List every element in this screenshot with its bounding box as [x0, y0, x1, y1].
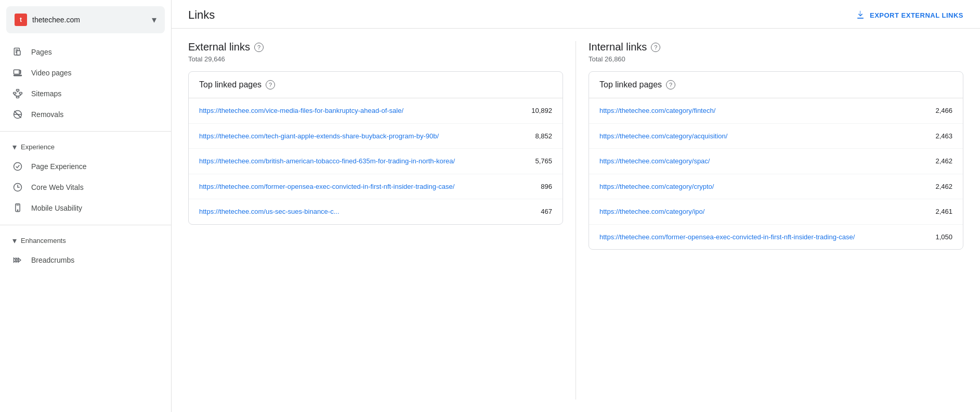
- svg-marker-29: [18, 258, 21, 262]
- external-links-card-header: Top linked pages ?: [189, 72, 563, 98]
- experience-chevron-icon: ▾: [12, 142, 17, 152]
- svg-rect-12: [19, 93, 22, 94]
- internal-link-count-0: 2,466: [926, 107, 952, 114]
- internal-links-column: Internal links ? Total 26,860 Top linked…: [589, 41, 963, 400]
- internal-link-url-0[interactable]: https://thetechee.com/category/fintech/: [599, 106, 918, 116]
- svg-line-18: [18, 95, 21, 96]
- internal-link-url-4[interactable]: https://thetechee.com/category/ipo/: [599, 207, 918, 217]
- sidebar-item-breadcrumbs-label: Breadcrumbs: [31, 256, 74, 264]
- external-link-row-4: https://thetechee.com/us-sec-sues-binanc…: [189, 199, 563, 224]
- internal-link-count-1: 2,463: [926, 132, 952, 140]
- external-link-url-1[interactable]: https://thetechee.com/tech-giant-apple-e…: [199, 131, 518, 141]
- sidebar-item-mobile-usability-label: Mobile Usability: [31, 204, 82, 212]
- svg-rect-9: [14, 75, 22, 76]
- internal-link-count-5: 1,050: [926, 233, 952, 241]
- site-selector[interactable]: t thetechee.com ▾: [6, 6, 165, 33]
- internal-link-url-5[interactable]: https://thetechee.com/former-opensea-exe…: [599, 232, 918, 242]
- sidebar-item-pages-label: Pages: [31, 48, 52, 56]
- page-experience-icon: [12, 161, 23, 172]
- enhancements-chevron-icon: ▾: [12, 236, 17, 246]
- sidebar-item-removals-label: Removals: [31, 110, 63, 119]
- sidebar-item-mobile-usability[interactable]: Mobile Usability: [0, 198, 165, 218]
- nav-section-experience: Page Experience Core Web Vitals Mobile U…: [0, 154, 171, 221]
- internal-link-row-1: https://thetechee.com/category/acquisiti…: [589, 124, 963, 149]
- svg-rect-10: [17, 89, 19, 91]
- mobile-usability-icon: [12, 203, 23, 213]
- external-link-row-2: https://thetechee.com/british-american-t…: [189, 149, 563, 174]
- pages-icon: [12, 47, 23, 57]
- external-link-url-3[interactable]: https://thetechee.com/former-opensea-exe…: [199, 182, 518, 192]
- download-icon: [855, 10, 866, 20]
- main-content: Links EXPORT EXTERNAL LINKS External lin…: [172, 0, 980, 412]
- external-links-title-text: External links: [188, 41, 250, 53]
- internal-link-row-0: https://thetechee.com/category/fintech/ …: [589, 98, 963, 124]
- sidebar-item-core-web-vitals[interactable]: Core Web Vitals: [0, 177, 165, 198]
- site-name: thetechee.com: [32, 16, 147, 24]
- internal-links-title: Internal links ?: [589, 41, 963, 53]
- internal-link-row-5: https://thetechee.com/former-opensea-exe…: [589, 225, 963, 250]
- enhancements-section-label: Enhancements: [21, 237, 66, 244]
- external-link-count-0: 10,892: [526, 107, 552, 114]
- internal-links-card-header: Top linked pages ?: [589, 72, 963, 98]
- external-link-row-0: https://thetechee.com/vice-media-files-f…: [189, 98, 563, 124]
- svg-point-22: [14, 163, 22, 171]
- svg-line-17: [15, 95, 18, 96]
- external-link-url-0[interactable]: https://thetechee.com/vice-media-files-f…: [199, 106, 518, 116]
- internal-link-row-3: https://thetechee.com/category/crypto/ 2…: [589, 174, 963, 200]
- internal-link-row-4: https://thetechee.com/category/ipo/ 2,46…: [589, 199, 963, 225]
- external-link-row-3: https://thetechee.com/former-opensea-exe…: [189, 174, 563, 200]
- removals-icon: [12, 109, 23, 120]
- external-links-total: Total 29,646: [188, 55, 563, 63]
- sitemaps-icon: [12, 88, 23, 99]
- internal-link-row-2: https://thetechee.com/category/spac/ 2,4…: [589, 149, 963, 174]
- enhancements-section-header[interactable]: ▾ Enhancements: [0, 229, 171, 248]
- svg-rect-5: [14, 70, 20, 74]
- internal-link-url-3[interactable]: https://thetechee.com/category/crypto/: [599, 182, 918, 192]
- external-link-url-2[interactable]: https://thetechee.com/british-american-t…: [199, 156, 518, 166]
- site-favicon: t: [15, 14, 27, 26]
- nav-divider-2: [0, 225, 171, 225]
- external-links-card-title: Top linked pages: [199, 80, 262, 89]
- nav-section-enhancements: Breadcrumbs: [0, 248, 171, 273]
- internal-links-help-icon[interactable]: ?: [651, 43, 660, 52]
- internal-links-title-text: Internal links: [589, 41, 647, 53]
- internal-links-total: Total 26,860: [589, 55, 963, 63]
- nav-section-main: Pages Video pages: [0, 40, 171, 127]
- sidebar-item-breadcrumbs[interactable]: Breadcrumbs: [0, 250, 165, 271]
- sidebar-item-page-experience[interactable]: Page Experience: [0, 156, 165, 177]
- page-title: Links: [188, 8, 215, 22]
- external-link-count-2: 5,765: [526, 157, 552, 165]
- internal-link-count-3: 2,462: [926, 183, 952, 190]
- internal-top-pages-help-icon[interactable]: ?: [666, 80, 675, 89]
- experience-section-label: Experience: [21, 143, 55, 151]
- experience-section-header[interactable]: ▾ Experience: [0, 136, 171, 154]
- external-link-url-4[interactable]: https://thetechee.com/us-sec-sues-binanc…: [199, 207, 518, 217]
- sidebar-item-sitemaps[interactable]: Sitemaps: [0, 83, 165, 104]
- external-link-row-1: https://thetechee.com/tech-giant-apple-e…: [189, 124, 563, 149]
- svg-point-25: [17, 210, 18, 211]
- sidebar-item-sitemaps-label: Sitemaps: [31, 89, 61, 98]
- internal-link-count-4: 2,461: [926, 208, 952, 215]
- external-links-card: Top linked pages ? https://thetechee.com…: [188, 71, 563, 225]
- external-links-help-icon[interactable]: ?: [254, 43, 264, 52]
- internal-links-card: Top linked pages ? https://thetechee.com…: [589, 71, 963, 250]
- sidebar-item-video-pages-label: Video pages: [31, 69, 72, 77]
- dropdown-arrow-icon: ▾: [152, 14, 156, 25]
- sidebar-item-video-pages[interactable]: Video pages: [0, 62, 165, 83]
- internal-link-url-2[interactable]: https://thetechee.com/category/spac/: [599, 156, 918, 166]
- internal-links-card-title: Top linked pages: [599, 80, 662, 89]
- svg-rect-4: [17, 51, 20, 55]
- core-web-vitals-icon: [12, 182, 23, 192]
- sidebar-item-core-web-vitals-label: Core Web Vitals: [31, 183, 84, 191]
- external-links-column: External links ? Total 29,646 Top linked…: [188, 41, 563, 400]
- external-links-title: External links ?: [188, 41, 563, 53]
- svg-rect-13: [17, 96, 19, 98]
- sidebar-item-pages[interactable]: Pages: [0, 42, 165, 62]
- export-external-links-button[interactable]: EXPORT EXTERNAL LINKS: [855, 10, 963, 20]
- internal-link-url-1[interactable]: https://thetechee.com/category/acquisiti…: [599, 131, 918, 141]
- nav-divider-1: [0, 131, 171, 132]
- external-top-pages-help-icon[interactable]: ?: [266, 80, 275, 89]
- internal-link-count-2: 2,462: [926, 157, 952, 165]
- column-divider: [576, 41, 576, 400]
- sidebar-item-removals[interactable]: Removals: [0, 104, 165, 125]
